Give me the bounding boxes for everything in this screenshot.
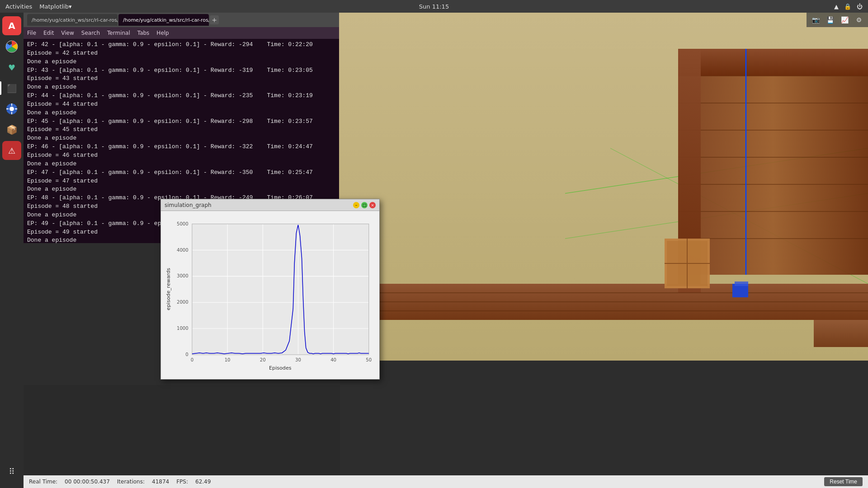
gz-graph-icon[interactable]: 📈 (839, 14, 850, 25)
terminal-line: Episode = 47 started (27, 177, 359, 186)
sidebar-icon-pulse[interactable]: ♥ (2, 58, 21, 77)
terminal-menubar: File Edit View Search Terminal Tabs Help (24, 27, 363, 39)
svg-text:20: 20 (260, 357, 266, 362)
graph-maximize-button[interactable]: □ (361, 202, 368, 208)
system-time: Sun 11:15 (419, 3, 449, 10)
terminal-line: EP: 43 - [alpha: 0.1 - gamma: 0.9 - epsi… (27, 66, 359, 75)
svg-rect-32 (735, 282, 748, 286)
graph-window: simulation_graph – □ × (160, 199, 380, 380)
activities-label[interactable]: Activities (5, 3, 32, 10)
real-time-value: 00 00:00:50.437 (65, 479, 110, 485)
svg-text:0: 0 (185, 352, 188, 357)
terminal-line: Done a episode (27, 134, 359, 143)
svg-rect-20 (678, 49, 868, 76)
terminal-line: Done a episode (27, 83, 359, 92)
wifi-icon: ▲ (834, 3, 839, 10)
svg-text:2000: 2000 (177, 300, 189, 305)
real-time-label: Real Time: (29, 479, 57, 485)
gazebo-statusbar: Real Time: 00 00:00:50.437 Iterations: 4… (24, 475, 868, 488)
sidebar-bottom: ⠿ (2, 462, 21, 481)
graph-svg-container: 5000 4000 3000 2000 1000 0 0 10 20 30 40… (165, 215, 376, 375)
svg-text:4000: 4000 (177, 248, 189, 253)
terminal-line: Done a episode (27, 58, 359, 66)
iterations-label: Iterations: (117, 479, 145, 485)
fps-label: FPS: (176, 479, 188, 485)
sidebar-icon-chrome[interactable] (2, 37, 21, 56)
iterations-value: 41874 (152, 479, 169, 485)
terminal-line: EP: 45 - [alpha: 0.1 - gamma: 0.9 - epsi… (27, 117, 359, 126)
menu-view[interactable]: View (61, 30, 74, 36)
svg-text:episode_rewards: episode_rewards (165, 268, 171, 310)
graph-title-text: simulation_graph (165, 202, 212, 208)
terminal-line: Episode = 42 started (27, 49, 359, 58)
sidebar-icon-warning[interactable]: ⚠ (2, 141, 21, 160)
svg-text:40: 40 (330, 357, 336, 362)
terminal-line: EP: 44 - [alpha: 0.1 - gamma: 0.9 - epsi… (27, 92, 359, 100)
gazebo-window: 📷 💾 📈 ⚙ (339, 13, 868, 361)
terminal-line: Episode = 44 started (27, 100, 359, 109)
terminal-line: EP: 46 - [alpha: 0.1 - gamma: 0.9 - epsi… (27, 143, 359, 151)
svg-text:50: 50 (366, 357, 372, 362)
terminal-line: Episode = 46 started (27, 151, 359, 160)
menu-help[interactable]: Help (156, 30, 169, 36)
svg-text:10: 10 (225, 357, 231, 362)
terminal-tab-1[interactable]: /home/yug/catkin_ws/src/rl-car-ros/launc… (27, 14, 118, 26)
terminal-line: Episode = 43 started (27, 75, 359, 83)
reset-time-button[interactable]: Reset Time (824, 477, 863, 486)
graph-titlebar: simulation_graph – □ × (161, 199, 379, 211)
system-bar-right: ▲ 🔒 ⏻ (834, 3, 863, 10)
sidebar-icon-apps[interactable]: ⠿ (2, 462, 21, 481)
sidebar-icon-layers[interactable]: 📦 (2, 120, 21, 139)
svg-point-3 (9, 107, 14, 111)
menu-search[interactable]: Search (81, 30, 100, 36)
sidebar-icon-terminal[interactable]: ⬛ (2, 79, 21, 98)
gz-camera-icon[interactable]: 📷 (810, 14, 821, 25)
lock-icon: 🔒 (844, 3, 851, 10)
terminal-tab-2[interactable]: /home/yug/catkin_ws/src/rl-car-ros/launc… (118, 14, 209, 26)
system-bar-left: Activities Matplotlib▾ (5, 3, 72, 10)
svg-rect-34 (192, 224, 369, 355)
terminal-line: Episode = 45 started (27, 126, 359, 134)
sidebar: A ♥ ⬛ 📦 ⚠ ⠿ (0, 13, 24, 488)
system-bar-center: Sun 11:15 (419, 3, 449, 10)
graph-win-controls: – □ × (353, 202, 376, 208)
matplotlib-menu[interactable]: Matplotlib▾ (39, 3, 71, 10)
gz-save-icon[interactable]: 💾 (825, 14, 835, 25)
svg-text:5000: 5000 (177, 221, 189, 226)
menu-tabs[interactable]: Tabs (137, 30, 150, 36)
graph-minimize-button[interactable]: – (353, 202, 359, 208)
svg-text:0: 0 (191, 357, 193, 362)
graph-content: 5000 4000 3000 2000 1000 0 0 10 20 30 40… (161, 211, 379, 379)
menu-terminal[interactable]: Terminal (107, 30, 130, 36)
chart-svg: 5000 4000 3000 2000 1000 0 0 10 20 30 40… (165, 215, 376, 375)
svg-rect-33 (814, 320, 868, 347)
terminal-line: Done a episode (27, 185, 359, 194)
bottom-terminal[interactable] (24, 385, 340, 475)
terminal-line: Done a episode (27, 109, 359, 117)
sidebar-icon-home[interactable]: A (2, 16, 21, 35)
terminal-titlebar: /home/yug/catkin_ws/src/rl-car-ros/launc… (24, 13, 363, 27)
gazebo-toolbar: 📷 💾 📈 ⚙ (807, 13, 868, 27)
svg-text:Episodes: Episodes (269, 365, 292, 371)
power-icon: ⏻ (857, 3, 863, 10)
svg-text:1000: 1000 (177, 326, 189, 331)
fps-value: 62.49 (195, 479, 211, 485)
menu-edit[interactable]: Edit (43, 30, 54, 36)
sidebar-icon-ros[interactable] (2, 99, 21, 118)
gz-settings-icon[interactable]: ⚙ (854, 14, 864, 25)
new-tab-button[interactable]: + (210, 15, 219, 24)
terminal-tabs: /home/yug/catkin_ws/src/rl-car-ros/launc… (27, 14, 359, 26)
graph-close-button[interactable]: × (369, 202, 376, 208)
system-bar: Activities Matplotlib▾ Sun 11:15 ▲ 🔒 ⏻ (0, 0, 868, 13)
svg-text:30: 30 (295, 357, 301, 362)
terminal-line: EP: 42 - [alpha: 0.1 - gamma: 0.9 - epsi… (27, 41, 359, 49)
menu-file[interactable]: File (27, 30, 36, 36)
terminal-line: Done a episode (27, 160, 359, 169)
terminal-line: EP: 47 - [alpha: 0.1 - gamma: 0.9 - epsi… (27, 169, 359, 177)
svg-text:3000: 3000 (177, 273, 189, 278)
gazebo-scene: 📷 💾 📈 ⚙ (339, 13, 868, 361)
